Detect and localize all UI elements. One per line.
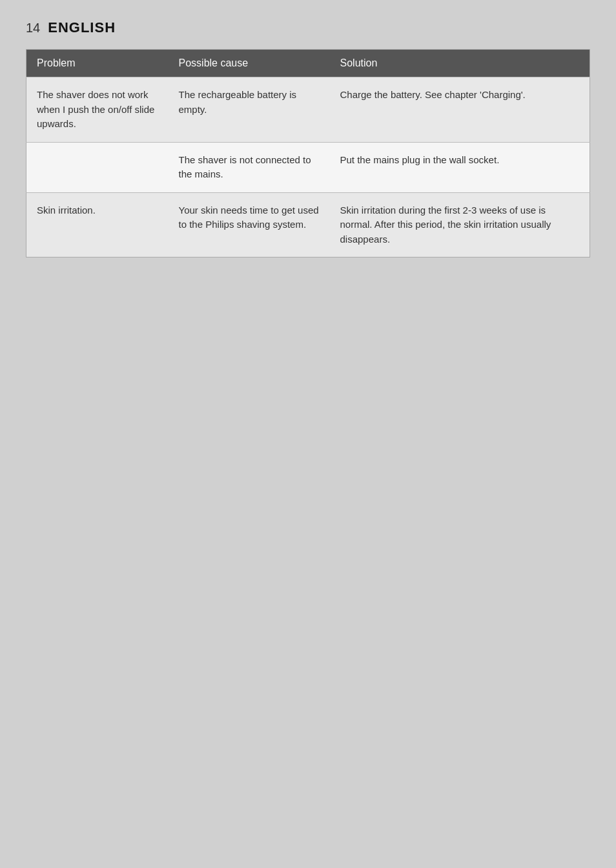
table-row: The shaver is not connected to the mains… <box>26 142 590 192</box>
table-row: The shaver does not work when I push the… <box>26 77 590 143</box>
solution-cell-1: Charge the battery. See chapter 'Chargin… <box>330 77 590 143</box>
solution-cell-3: Skin irritation during the first 2-3 wee… <box>330 192 590 257</box>
table-row: Skin irritation. Your skin needs time to… <box>26 192 590 257</box>
problem-cell-3: Skin irritation. <box>26 192 169 257</box>
cause-cell-3: Your skin needs time to get used to the … <box>169 192 330 257</box>
solution-cell-2: Put the mains plug in the wall socket. <box>330 142 590 192</box>
page-title: ENGLISH <box>48 19 116 36</box>
cause-cell-2: The shaver is not connected to the mains… <box>169 142 330 192</box>
page-header: 14 ENGLISH <box>26 19 590 36</box>
table-header: Problem Possible cause Solution <box>26 50 590 77</box>
page-number: 14 <box>26 21 40 35</box>
troubleshoot-table: Problem Possible cause Solution The shav… <box>26 49 590 257</box>
table-body: The shaver does not work when I push the… <box>26 77 590 257</box>
table-header-row: Problem Possible cause Solution <box>26 50 590 77</box>
cause-cell-1: The rechargeable battery is empty. <box>169 77 330 143</box>
col-header-solution: Solution <box>330 50 590 77</box>
col-header-cause: Possible cause <box>169 50 330 77</box>
problem-cell-2 <box>26 142 169 192</box>
problem-cell-1: The shaver does not work when I push the… <box>26 77 169 143</box>
col-header-problem: Problem <box>26 50 169 77</box>
